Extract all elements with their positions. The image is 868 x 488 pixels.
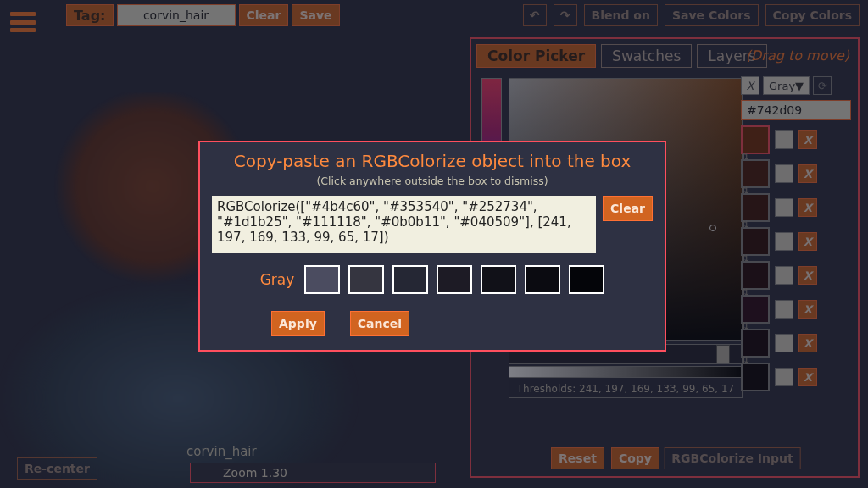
apply-button[interactable]: Apply [271,311,325,336]
cancel-button[interactable]: Cancel [350,311,409,336]
preview-swatch [437,265,472,294]
preview-swatch [348,265,384,294]
preview-swatch [569,265,604,294]
preview-swatch [392,265,428,294]
modal-clear-button[interactable]: Clear [603,196,653,221]
modal-title: Copy-paste an RGBColorize object into th… [212,151,653,171]
rgbcolorize-modal: Copy-paste an RGBColorize object into th… [198,141,666,352]
preview-swatch [304,265,340,294]
preview-swatch [481,265,516,294]
preview-swatch [525,265,560,294]
modal-hint: (Click anywhere outside the box to dismi… [212,175,653,187]
modal-swatch-label: Gray [260,271,295,288]
rgbcolorize-textarea[interactable]: RGBColorize(["#4b4c60", "#353540", "#252… [212,196,596,253]
